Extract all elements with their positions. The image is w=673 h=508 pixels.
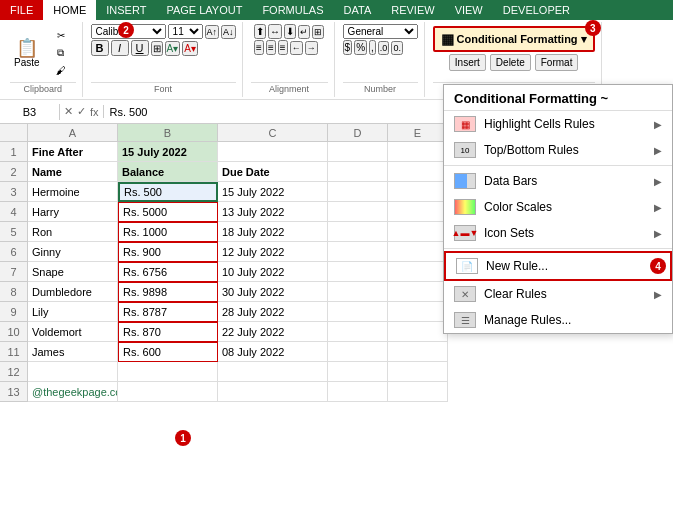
currency-button[interactable]: $: [343, 40, 353, 55]
cell-e10[interactable]: [388, 322, 448, 342]
comma-button[interactable]: ,: [369, 40, 376, 55]
cell-b13[interactable]: [118, 382, 218, 402]
cell-e13[interactable]: [388, 382, 448, 402]
cf-menu-databars[interactable]: Data Bars ▶: [444, 168, 672, 194]
row-header-13[interactable]: 13: [0, 382, 28, 402]
cancel-formula-icon[interactable]: ✕: [64, 105, 73, 118]
align-middle-button[interactable]: ↔: [268, 24, 282, 39]
cell-a13[interactable]: @thegeekpage.com: [28, 382, 118, 402]
row-header-6[interactable]: 6: [0, 242, 28, 262]
cell-a1[interactable]: Fine After: [28, 142, 118, 162]
cell-b8[interactable]: Rs. 9898: [118, 282, 218, 302]
tab-formulas[interactable]: FORMULAS: [252, 0, 333, 20]
cf-menu-highlight-cells[interactable]: ▦ Highlight Cells Rules ▶: [444, 111, 672, 137]
align-top-button[interactable]: ⬆: [254, 24, 266, 39]
cell-a2[interactable]: Name: [28, 162, 118, 182]
tab-pagelayout[interactable]: PAGE LAYOUT: [156, 0, 252, 20]
cell-c9[interactable]: 28 July 2022: [218, 302, 328, 322]
row-header-1[interactable]: 1: [0, 142, 28, 162]
row-header-12[interactable]: 12: [0, 362, 28, 382]
align-bottom-button[interactable]: ⬇: [284, 24, 296, 39]
row-header-4[interactable]: 4: [0, 202, 28, 222]
cell-b9[interactable]: Rs. 8787: [118, 302, 218, 322]
tab-file[interactable]: FILE: [0, 0, 43, 20]
increase-font-button[interactable]: A↑: [205, 25, 220, 39]
cell-b3[interactable]: Rs. 500: [118, 182, 218, 202]
cf-menu-colorscales[interactable]: Color Scales ▶: [444, 194, 672, 220]
cell-d7[interactable]: [328, 262, 388, 282]
cell-a12[interactable]: [28, 362, 118, 382]
cf-menu-newrule[interactable]: 📄 New Rule... 4: [444, 251, 672, 281]
cell-reference[interactable]: B3: [0, 104, 60, 120]
cell-d9[interactable]: [328, 302, 388, 322]
row-header-5[interactable]: 5: [0, 222, 28, 242]
wrap-text-button[interactable]: ↵: [298, 25, 310, 39]
cell-c6[interactable]: 12 July 2022: [218, 242, 328, 262]
cell-b2[interactable]: Balance: [118, 162, 218, 182]
cell-d10[interactable]: [328, 322, 388, 342]
cell-d13[interactable]: [328, 382, 388, 402]
insert-function-icon[interactable]: fx: [90, 106, 99, 118]
cell-b5[interactable]: Rs. 1000: [118, 222, 218, 242]
cell-a9[interactable]: Lily: [28, 302, 118, 322]
row-header-2[interactable]: 2: [0, 162, 28, 182]
row-header-11[interactable]: 11: [0, 342, 28, 362]
cut-button[interactable]: ✂: [46, 28, 76, 43]
cell-c4[interactable]: 13 July 2022: [218, 202, 328, 222]
indent-inc-button[interactable]: →: [305, 41, 318, 55]
cell-e3[interactable]: [388, 182, 448, 202]
cell-d12[interactable]: [328, 362, 388, 382]
cell-e5[interactable]: [388, 222, 448, 242]
cell-d11[interactable]: [328, 342, 388, 362]
merge-button[interactable]: ⊞: [312, 25, 324, 39]
cell-a5[interactable]: Ron: [28, 222, 118, 242]
decimal-dec-button[interactable]: 0.: [391, 41, 403, 55]
percent-button[interactable]: %: [354, 40, 367, 55]
cell-e7[interactable]: [388, 262, 448, 282]
cell-a6[interactable]: Ginny: [28, 242, 118, 262]
cell-e11[interactable]: [388, 342, 448, 362]
align-left-button[interactable]: ≡: [254, 40, 264, 55]
cell-b1[interactable]: 15 July 2022: [118, 142, 218, 162]
cell-b7[interactable]: Rs. 6756: [118, 262, 218, 282]
conditional-formatting-button[interactable]: ▦ Conditional Formatting ▾: [433, 26, 595, 52]
cell-e9[interactable]: [388, 302, 448, 322]
cell-c10[interactable]: 22 July 2022: [218, 322, 328, 342]
cell-e12[interactable]: [388, 362, 448, 382]
cell-c12[interactable]: [218, 362, 328, 382]
copy-button[interactable]: ⧉: [46, 45, 76, 61]
cf-menu-managerules[interactable]: ☰ Manage Rules...: [444, 307, 672, 333]
fill-color-button[interactable]: A▾: [165, 41, 181, 56]
row-header-10[interactable]: 10: [0, 322, 28, 342]
cell-c11[interactable]: 08 July 2022: [218, 342, 328, 362]
col-header-e[interactable]: E: [388, 124, 448, 142]
cell-a10[interactable]: Voldemort: [28, 322, 118, 342]
cell-c1[interactable]: [218, 142, 328, 162]
cell-c7[interactable]: 10 July 2022: [218, 262, 328, 282]
cell-c3[interactable]: 15 July 2022: [218, 182, 328, 202]
cell-a4[interactable]: Harry: [28, 202, 118, 222]
cell-e4[interactable]: [388, 202, 448, 222]
cell-e2[interactable]: [388, 162, 448, 182]
cell-e1[interactable]: [388, 142, 448, 162]
indent-dec-button[interactable]: ←: [290, 41, 303, 55]
underline-button[interactable]: U: [131, 40, 149, 56]
format-button[interactable]: Format: [535, 54, 579, 71]
align-center-button[interactable]: ≡: [266, 40, 276, 55]
cell-c8[interactable]: 30 July 2022: [218, 282, 328, 302]
cell-b11[interactable]: Rs. 600: [118, 342, 218, 362]
cell-c2[interactable]: Due Date: [218, 162, 328, 182]
tab-developer[interactable]: DEVELOPER: [493, 0, 580, 20]
row-header-3[interactable]: 3: [0, 182, 28, 202]
cf-menu-topbottom[interactable]: 10 Top/Bottom Rules ▶: [444, 137, 672, 163]
cell-b10[interactable]: Rs. 870: [118, 322, 218, 342]
cell-b6[interactable]: Rs. 900: [118, 242, 218, 262]
decrease-font-button[interactable]: A↓: [221, 25, 236, 39]
decimal-inc-button[interactable]: .0: [378, 41, 390, 55]
tab-data[interactable]: DATA: [334, 0, 382, 20]
cell-a11[interactable]: James: [28, 342, 118, 362]
align-right-button[interactable]: ≡: [278, 40, 288, 55]
cell-c13[interactable]: [218, 382, 328, 402]
confirm-formula-icon[interactable]: ✓: [77, 105, 86, 118]
cell-b4[interactable]: Rs. 5000: [118, 202, 218, 222]
